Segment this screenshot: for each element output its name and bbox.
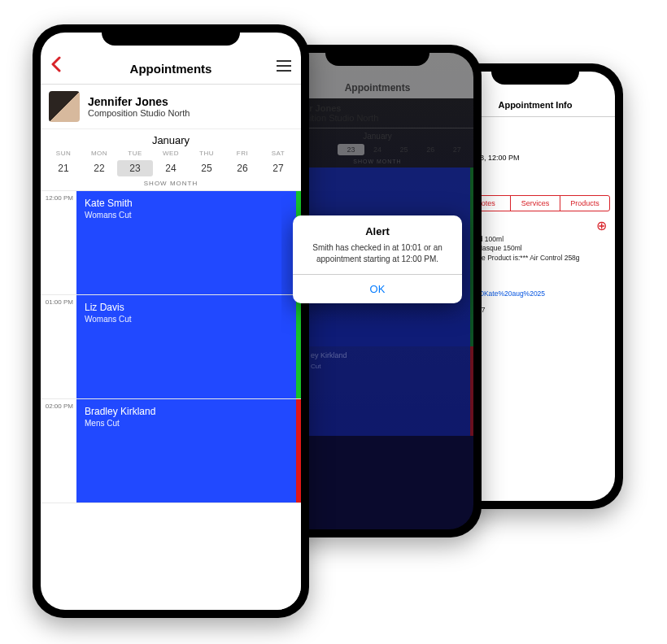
profile-name: Jennifer Jones: [88, 95, 190, 108]
schedule-row: 02:00 PM Bradley Kirkland Mens Cut: [41, 398, 301, 503]
info-line: n: [462, 122, 608, 133]
time-label: 01:00 PM: [41, 295, 76, 398]
day-label: FRI: [225, 150, 260, 157]
note-line: g Fluid 100ml: [462, 235, 608, 245]
day-label: WED: [153, 150, 189, 157]
slot-service: Womans Cut: [85, 315, 293, 324]
avatar: [49, 91, 80, 122]
svg-rect-0: [277, 60, 291, 62]
appointment-slot[interactable]: ey Kirkland Cut: [281, 346, 473, 436]
note-line: , 2017: [462, 270, 608, 280]
slot-name: Bradley Kirkland: [85, 406, 293, 417]
day-label: THU: [189, 150, 225, 157]
time-label: 02:00 PM: [41, 399, 76, 503]
menu-icon: [277, 60, 291, 72]
note-link[interactable]: for%20Kate%20aug%2025: [462, 289, 608, 299]
alert-modal: Alert Smith has checked in at 10:01 or a…: [293, 215, 462, 303]
time-label: 12:00 PM: [41, 191, 76, 294]
date-cell[interactable]: 24: [153, 160, 189, 176]
note-line: olor:: [462, 280, 608, 289]
schedule-row: 01:00 PM Liz Davis Womans Cut: [41, 294, 301, 398]
info-line: y 2018, 12:00 PM: [462, 153, 608, 163]
date-cell[interactable]: 26: [417, 144, 444, 155]
note-line: sion Masque 150ml: [462, 244, 608, 254]
date-row: 21 22 23 24 25 26 27: [41, 157, 301, 180]
info-line: 55: [462, 142, 608, 153]
alert-ok-button[interactable]: OK: [293, 274, 462, 303]
notch: [491, 63, 579, 85]
note-line: d, 2017: [462, 306, 608, 315]
schedule-row: [41, 503, 301, 610]
show-month-label[interactable]: SHOW MONTH: [281, 159, 473, 168]
day-header-row: SUN MON TUE WED THU FRI SAT: [41, 150, 301, 157]
slot-name: Liz Davis: [85, 302, 293, 313]
profile-row: nnifer Jones mposition Studio North: [281, 98, 473, 128]
notch: [325, 45, 429, 66]
date-cell-selected[interactable]: 23: [117, 160, 153, 176]
schedule-grid: 12:00 PM Kate Smith Womans Cut 01:00 PM …: [41, 190, 301, 610]
note-line: st Have Product is:*** Air Control 258g: [462, 254, 608, 263]
appointment-slot[interactable]: Bradley Kirkland Mens Cut: [76, 399, 301, 503]
screen-2: Appointments nnifer Jones mposition Stud…: [281, 53, 473, 529]
appointment-slot[interactable]: Kate Smith Womans Cut: [76, 191, 301, 294]
profile-studio: Composition Studio North: [88, 108, 190, 118]
info-line: ce: [462, 173, 608, 184]
date-row: 23 24 25 26 27: [281, 142, 473, 159]
date-cell[interactable]: 25: [189, 160, 225, 176]
slot-name: ey Kirkland: [311, 351, 347, 359]
svg-rect-1: [277, 65, 291, 67]
month-label: January: [281, 128, 473, 142]
appointment-slot[interactable]: Liz Davis Womans Cut: [76, 295, 301, 398]
date-cell[interactable]: 22: [81, 160, 117, 176]
alert-title: Alert: [293, 215, 462, 242]
notch: [102, 24, 240, 46]
info-line: er: [462, 133, 608, 143]
back-button[interactable]: [50, 56, 70, 76]
chevron-left-icon: [50, 56, 62, 72]
date-cell[interactable]: 24: [364, 144, 391, 155]
date-cell[interactable]: 27: [443, 144, 470, 155]
slot-service: Mens Cut: [85, 419, 293, 428]
slot-service: Womans Cut: [85, 211, 293, 220]
slot-service: Cut: [311, 363, 320, 370]
slot-edge-indicator: [296, 295, 301, 398]
schedule-row: 12:00 PM Kate Smith Womans Cut: [41, 190, 301, 294]
date-cell[interactable]: 21: [46, 160, 81, 176]
nav-title: Appointment Info: [498, 100, 572, 110]
svg-rect-2: [277, 70, 291, 72]
date-cell[interactable]: 25: [390, 144, 417, 155]
info-line: Cut: [462, 163, 608, 173]
day-label: SUN: [46, 150, 81, 157]
day-label: SAT: [260, 150, 296, 157]
date-cell[interactable]: [312, 144, 338, 155]
day-label: MON: [81, 150, 117, 157]
time-label: [41, 503, 76, 610]
nav-title: Appointments: [345, 82, 411, 94]
tab-products[interactable]: Products: [560, 196, 609, 211]
profile-row[interactable]: Jennifer Jones Composition Studio North: [41, 85, 301, 129]
nav-title: Appointments: [70, 62, 272, 76]
show-month-button[interactable]: SHOW MONTH: [41, 180, 301, 190]
slot-name: Kate Smith: [85, 198, 293, 209]
tab-services[interactable]: Services: [510, 196, 560, 211]
date-cell[interactable]: 23: [338, 144, 364, 155]
date-cell[interactable]: 26: [225, 160, 260, 176]
slot-edge-indicator: [296, 399, 301, 503]
screen-1: Appointments Jennifer Jones Composition …: [41, 33, 301, 610]
month-label: January: [41, 129, 301, 150]
alert-body: Smith has checked in at 10:01 or an appo…: [293, 242, 462, 274]
phone-1: Appointments Jennifer Jones Composition …: [33, 24, 309, 618]
date-cell[interactable]: 27: [260, 160, 296, 176]
menu-button[interactable]: [272, 59, 291, 76]
day-label: TUE: [117, 150, 153, 157]
